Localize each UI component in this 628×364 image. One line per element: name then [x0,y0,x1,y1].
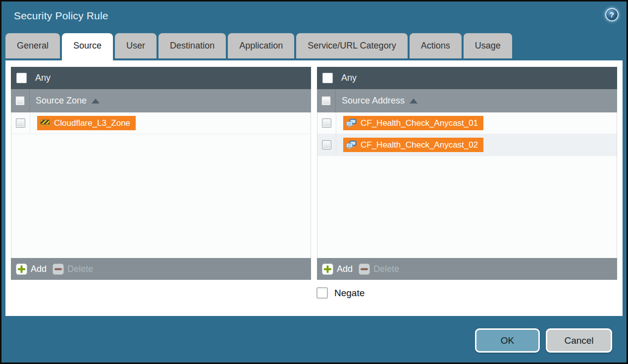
delete-button-label: Delete [67,264,93,274]
tab-source[interactable]: Source [62,33,113,60]
sort-ascending-icon[interactable] [410,99,418,104]
table-row[interactable]: Cloudflare_L3_Zone [11,112,311,134]
address-icon [346,141,357,149]
tab-general[interactable]: General [5,33,60,58]
source-address-any-bar: Any [317,67,617,89]
row-checkbox[interactable] [322,140,331,150]
dialog-footer: OK Cancel [1,316,627,363]
select-all-cell [11,89,30,112]
source-zone-select-all-checkbox[interactable] [15,96,25,105]
zone-object-label: Cloudflare_L3_Zone [54,118,130,128]
minus-icon [52,263,64,275]
address-object[interactable]: CF_Health_Check_Anycast_01 [343,116,483,130]
delete-button[interactable]: Delete [52,263,93,275]
select-all-cell [317,89,336,112]
source-address-list: CF_Health_Check_Anycast_01 [317,112,617,258]
negate-label: Negate [334,288,365,299]
add-button[interactable]: Add [16,263,47,275]
source-address-any-checkbox[interactable] [322,73,333,83]
help-icon[interactable]: ? [605,8,619,21]
minus-icon [359,263,370,275]
tab-user[interactable]: User [115,33,157,58]
source-address-column-header: Source Address [317,89,617,112]
row-checkbox-cell [317,134,336,156]
row-checkbox-cell [11,112,30,134]
source-zone-column-header: Source Zone [11,89,311,112]
source-address-toolbar: Add Delete [317,258,617,280]
dialog-titlebar: Security Policy Rule ? [1,1,627,30]
source-address-any-label: Any [341,73,357,83]
source-zone-any-bar: Any [11,67,311,89]
cancel-button[interactable]: Cancel [546,328,612,353]
security-policy-rule-dialog: Security Policy Rule ? General Source Us… [0,0,628,364]
plus-icon [16,263,27,275]
ok-button[interactable]: OK [475,328,540,353]
address-object-label: CF_Health_Check_Anycast_02 [361,140,478,150]
add-button[interactable]: Add [322,263,353,275]
negate-row: Negate [316,287,617,299]
plus-icon [322,263,333,275]
tab-content-source: Any Source Zone [5,60,623,316]
add-button-label: Add [337,264,353,274]
tab-application[interactable]: Application [228,33,294,58]
row-checkbox[interactable] [16,118,25,128]
panels-row: Any Source Zone [11,67,617,280]
row-checkbox[interactable] [322,118,331,128]
address-object-label: CF_Health_Check_Anycast_01 [361,118,478,128]
source-zone-any-label: Any [35,73,51,83]
tab-strip: General Source User Destination Applicat… [1,30,627,60]
address-icon [346,119,357,127]
delete-button-label: Delete [373,264,399,274]
tab-usage[interactable]: Usage [464,33,512,58]
address-object[interactable]: CF_Health_Check_Anycast_02 [343,138,483,152]
tab-service-url-category[interactable]: Service/URL Category [296,33,407,58]
negate-checkbox[interactable] [316,287,328,299]
source-zone-list: Cloudflare_L3_Zone [11,112,311,258]
tab-actions[interactable]: Actions [410,33,462,58]
source-zone-column-title[interactable]: Source Zone [36,96,87,106]
table-row[interactable]: CF_Health_Check_Anycast_02 [317,134,617,156]
source-zone-panel: Any Source Zone [11,67,311,280]
row-checkbox-cell [317,112,336,134]
zone-icon [40,119,50,127]
add-button-label: Add [31,264,47,274]
sort-ascending-icon[interactable] [92,99,100,104]
dialog-title: Security Policy Rule [14,10,108,22]
delete-button[interactable]: Delete [359,263,399,275]
source-address-column-title[interactable]: Source Address [342,96,405,106]
source-address-select-all-checkbox[interactable] [321,96,331,105]
source-zone-any-checkbox[interactable] [16,73,27,83]
zone-object[interactable]: Cloudflare_L3_Zone [37,116,136,130]
source-zone-toolbar: Add Delete [11,258,311,280]
tab-destination[interactable]: Destination [158,33,226,58]
table-row[interactable]: CF_Health_Check_Anycast_01 [317,112,617,134]
source-address-panel: Any Source Address [317,67,617,280]
help-glyph: ? [610,10,614,19]
